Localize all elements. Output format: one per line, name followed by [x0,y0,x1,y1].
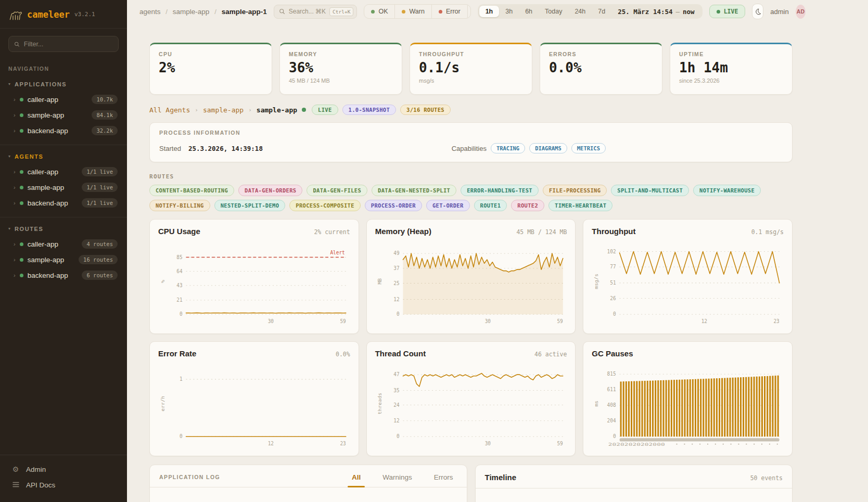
capability-chip-tracing: TRACING [491,143,525,153]
sidebar-item-routes-backend-app[interactable]: ›backend-app6 routes [5,267,122,283]
chevron-right-icon: › [14,241,16,247]
route-chip-split-and-multicast[interactable]: SPLIT-AND-MULTICAST [611,185,689,196]
chevron-right-icon: › [14,169,16,175]
time-range-3h[interactable]: 3h [499,6,519,17]
metric-subtext: 45 MB / 124 MB [289,78,393,84]
logo-row[interactable]: cameleer v3.2.1 [0,0,127,29]
metric-value: 2% [159,60,263,75]
status-filter-ok[interactable]: OK [364,5,394,18]
breadcrumb-agents[interactable]: agents [139,8,161,16]
route-chip-get-order[interactable]: GET-ORDER [426,200,470,211]
live-badge[interactable]: LIVE [709,5,746,18]
route-chip-route2[interactable]: ROUTE2 [511,200,544,211]
agent-badge-3-16-routes: 3/16 ROUTES [400,105,451,115]
section-label: APPLICATIONS [15,81,67,87]
route-chip-data-gen-files[interactable]: DATA-GEN-FILES [307,185,367,196]
agent-breadcrumb-bar: All Agents › sample-app › sample-app LIV… [149,105,793,115]
route-chip-nested-split-demo[interactable]: NESTED-SPLIT-DEMO [214,200,286,211]
search-placeholder: Search... ⌘K [289,8,326,15]
count-badge: 1/1 live [82,198,118,208]
status-dot [20,98,23,101]
sidebar-section-header-routes[interactable]: ▾ROUTES [5,224,122,236]
svg-text:37: 37 [393,265,400,271]
sidebar-item-agents-sample-app[interactable]: ›sample-app1/1 live [5,179,122,195]
svg-text:30: 30 [484,318,491,324]
route-chip-timer-heartbeat[interactable]: TIMER-HEARTBEAT [548,200,612,211]
time-range-6h[interactable]: 6h [519,6,539,17]
time-range-24h[interactable]: 24h [568,6,592,17]
chevron-down-icon: ▾ [8,82,10,86]
status-filter-running[interactable]: Running [467,5,471,18]
metric-label: MEMORY [289,51,393,57]
status-filter-error[interactable]: Error [431,5,467,18]
sidebar-item-api-docs[interactable]: API Docs [8,477,119,493]
chevron-right-icon: › [14,185,16,190]
chart-card-error_rate: Error Rate0.0%01err/h1223 [149,341,359,456]
status-filter-warn[interactable]: Warn [394,5,431,18]
application-log-panel: APPLICATION LOG AllWarningsErrors [149,465,467,502]
chevron-right-icon: › [14,257,16,263]
sidebar-section-header-applications[interactable]: ▾APPLICATIONS [5,79,122,92]
main-area: agents / sample-app / sample-app-1 Searc… [127,0,868,502]
started-value: 25.3.2026, 14:39:18 [188,145,263,152]
route-chip-notify-billing[interactable]: NOTIFY-BILLING [149,200,210,211]
timeline-panel: Timeline 50 events [475,465,793,502]
route-chip-process-order[interactable]: PROCESS-ORDER [365,200,422,211]
svg-text:77: 77 [610,264,617,269]
sidebar-item-routes-sample-app[interactable]: ›sample-app16 routes [5,252,122,267]
status-filter-label: OK [378,8,388,15]
time-range-today[interactable]: Today [539,6,568,17]
route-chip-process-composite[interactable]: PROCESS-COMPOSITE [289,200,361,211]
svg-text:85: 85 [176,254,183,260]
breadcrumb-sample-app[interactable]: sample-app [173,8,210,16]
chart-card-threads: Thread Count46 active012243547threads305… [366,341,576,456]
route-chip-data-gen-orders[interactable]: DATA-GEN-ORDERS [238,185,302,196]
route-chip-error-handling-test[interactable]: ERROR-HANDLING-TEST [461,185,539,196]
sidebar-section-routes: ▾ROUTES›caller-app4 routes›sample-app16 … [0,217,127,286]
sidebar-item-routes-caller-app[interactable]: ›caller-app4 routes [5,236,122,252]
metric-card-errors: ERRORS0.0% [540,43,662,95]
status-dot [371,10,375,14]
chart-current-value: 46 active [534,351,567,358]
route-chip-content-based-routing[interactable]: CONTENT-BASED-ROUTING [149,185,234,196]
sidebar-item-admin[interactable]: ⚙ Admin [8,461,119,477]
log-tab-all[interactable]: All [348,473,365,487]
sidebar-filter[interactable] [8,36,119,52]
chevron-down-icon: ▾ [8,227,10,231]
sidebar-item-applications-caller-app[interactable]: ›caller-app10.7k [5,92,122,107]
camel-logo-icon [8,7,22,21]
avatar[interactable]: AD [796,5,806,19]
status-filter-group: OKWarnErrorRunning [364,4,470,19]
filter-input[interactable] [24,41,113,48]
theme-toggle-button[interactable] [752,4,763,19]
user-name[interactable]: admin [770,8,788,16]
metric-value: 1h 14m [679,60,783,75]
route-chip-route1[interactable]: ROUTE1 [474,200,507,211]
sidebar-item-agents-caller-app[interactable]: ›caller-app1/1 live [5,164,122,179]
all-agents-link[interactable]: All Agents [149,106,190,114]
sidebar-item-agents-backend-app[interactable]: ›backend-app1/1 live [5,195,122,211]
sidebar-item-applications-sample-app[interactable]: ›sample-app84.1k [5,107,122,123]
route-chip-notify-warehouse[interactable]: NOTIFY-WAREHOUSE [693,185,761,196]
search-box[interactable]: Search... ⌘K Ctrl+K [274,5,358,19]
svg-text:0: 0 [613,311,616,317]
status-dot [20,129,23,133]
sidebar-section-header-agents[interactable]: ▾AGENTS [5,151,122,164]
sidebar-item-applications-backend-app[interactable]: ›backend-app32.2k [5,123,122,138]
sample-app-link[interactable]: sample-app [203,106,244,114]
time-range-7d[interactable]: 7d [592,6,611,17]
time-end: now [683,8,695,16]
log-tab-errors[interactable]: Errors [430,473,457,487]
time-range-display[interactable]: 25. März 14:54—now [611,8,700,16]
log-tab-warnings[interactable]: Warnings [378,473,416,487]
sidebar-section-agents: ▾AGENTS›caller-app1/1 live›sample-app1/1… [0,145,127,214]
metric-subtext: msg/s [419,78,523,84]
route-chip-file-processing[interactable]: FILE-PROCESSING [543,185,607,196]
breadcrumb: agents / sample-app / sample-app-1 [139,8,267,16]
metric-card-uptime: UPTIME1h 14msince 25.3.2026 [670,43,793,95]
time-range-1h[interactable]: 1h [479,6,500,17]
route-chip-data-gen-nested-split[interactable]: DATA-GEN-NESTED-SPLIT [372,185,456,196]
threads-chart: 012243547threads3059 [375,362,567,447]
svg-text:611: 611 [607,387,616,392]
memory-chart: 012253749MB3059 [375,240,567,325]
